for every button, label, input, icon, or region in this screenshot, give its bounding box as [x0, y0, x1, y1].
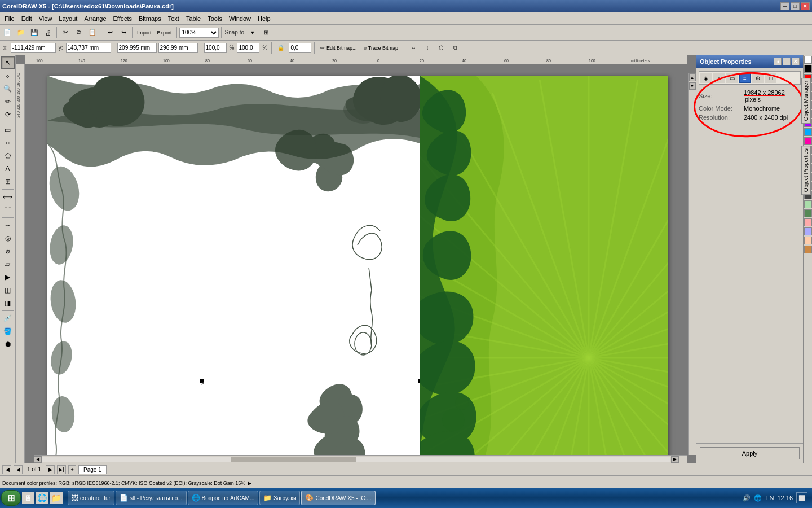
color-peach[interactable] — [804, 237, 812, 244]
scale-y-input[interactable] — [237, 43, 259, 53]
scroll-up-button[interactable]: ▲ — [689, 73, 696, 81]
menu-help[interactable]: Help — [254, 14, 274, 23]
contour-button[interactable]: ⬡ — [435, 42, 448, 54]
new-button[interactable]: 📄 — [1, 27, 14, 39]
object-manager-tab[interactable]: Object Manager — [801, 78, 811, 124]
smart-draw-tool[interactable]: ⟳ — [1, 108, 15, 121]
rectangle-tool[interactable]: ▭ — [1, 124, 15, 136]
menu-arrange[interactable]: Arrange — [81, 14, 109, 23]
taskbar-coreldraw[interactable]: 🎨 CorelDRAW X5 - [C:... — [301, 491, 375, 505]
color-tan[interactable] — [804, 246, 812, 253]
outline-icon[interactable]: ○ — [713, 73, 725, 83]
page-first-button[interactable]: |◀ — [2, 465, 11, 474]
export-button[interactable]: Export — [155, 27, 174, 39]
snap-options[interactable]: ⊞ — [260, 27, 272, 39]
panel-minimize-button[interactable]: ─ — [783, 58, 791, 65]
rotation-input[interactable] — [289, 43, 311, 53]
color-lightgreen[interactable] — [804, 200, 812, 208]
show-desktop-button[interactable]: ⬜ — [796, 492, 807, 503]
menu-file[interactable]: File — [1, 14, 18, 23]
pointer-tool[interactable]: ↖ — [1, 56, 15, 69]
scroll-thumb-h[interactable] — [231, 457, 356, 462]
color-profiles-arrow[interactable]: ▶ — [248, 480, 251, 486]
color-pink[interactable] — [804, 137, 812, 145]
polygon-tool[interactable]: ⬠ — [1, 150, 15, 162]
menu-window[interactable]: Window — [226, 14, 254, 23]
zoom-dropdown[interactable]: 100% 50% 200% — [179, 28, 219, 38]
save-button[interactable]: 💾 — [28, 27, 41, 39]
flip-h-button[interactable]: ↔ — [407, 42, 420, 54]
close-button[interactable]: ✕ — [801, 2, 810, 10]
copy-button[interactable]: ⧉ — [73, 27, 85, 39]
paste-button[interactable]: 📋 — [86, 27, 99, 39]
scroll-down-button[interactable]: ▼ — [689, 82, 696, 90]
corner-icon[interactable]: ▭ — [726, 73, 738, 83]
height-input[interactable] — [158, 43, 198, 53]
extrude-tool[interactable]: ▶ — [1, 271, 15, 283]
ie-button[interactable]: 🌐 — [36, 492, 48, 504]
contour-tool[interactable]: ◎ — [1, 232, 15, 244]
taskbar-creature-fur[interactable]: 🖼 creature_fur — [68, 491, 114, 505]
redo-button[interactable]: ↪ — [117, 27, 130, 39]
blend-tool[interactable]: ↔ — [1, 219, 15, 231]
scrollbar-vertical[interactable]: ▲ ▼ — [688, 73, 696, 455]
menu-bitmaps[interactable]: Bitmaps — [135, 14, 165, 23]
menu-view[interactable]: View — [36, 14, 56, 23]
add-page-button[interactable]: + — [68, 465, 76, 474]
color-cyan[interactable] — [804, 128, 812, 136]
minimize-button[interactable]: ─ — [780, 2, 789, 10]
open-button[interactable]: 📁 — [15, 27, 27, 39]
color-lightblue[interactable] — [804, 227, 812, 235]
start-button[interactable]: ⊞ — [1, 490, 21, 506]
panel-float-button[interactable]: ◂ — [774, 58, 782, 65]
color-lightred[interactable] — [804, 218, 812, 226]
summary-icon[interactable]: ≡ — [739, 73, 751, 83]
fill-icon[interactable]: ◈ — [700, 73, 712, 83]
cut-button[interactable]: ✂ — [59, 27, 72, 39]
x-input[interactable] — [11, 43, 56, 53]
import-button[interactable]: Import — [135, 27, 154, 39]
transparency-tool[interactable]: ◨ — [1, 297, 15, 309]
web-icon[interactable]: ⊕ — [752, 73, 764, 83]
object-properties-tab[interactable]: Object Properties — [801, 146, 811, 195]
desktop-button[interactable]: 🖥 — [22, 492, 34, 504]
freehand-tool[interactable]: ✏ — [1, 95, 15, 108]
text-tool[interactable]: A — [1, 163, 15, 175]
connector-tool[interactable]: ⌒ — [1, 204, 15, 216]
distort-tool[interactable]: ⌀ — [1, 245, 15, 257]
canvas-area[interactable]: 160 140 120 100 80 60 40 20 0 20 40 60 8… — [16, 55, 696, 463]
color-white[interactable] — [804, 56, 812, 64]
color-black[interactable] — [804, 65, 812, 73]
misc-icon[interactable]: □ — [765, 73, 776, 83]
scroll-thumb-v[interactable] — [690, 82, 695, 83]
width-input[interactable] — [117, 43, 157, 53]
snap-dropdown[interactable]: ▼ — [246, 27, 259, 39]
menu-table[interactable]: Table — [183, 14, 204, 23]
ifill-tool[interactable]: ⬢ — [1, 338, 15, 351]
page-prev-button[interactable]: ◀ — [14, 465, 23, 474]
scrollbar-horizontal[interactable]: ◀ ▶ — [34, 455, 687, 463]
folder-button[interactable]: 📁 — [50, 492, 63, 504]
eyedropper-tool[interactable]: 💉 — [1, 312, 15, 325]
dimension-tool[interactable]: ⟺ — [1, 191, 15, 203]
scroll-left-button[interactable]: ◀ — [34, 456, 42, 463]
scale-x-input[interactable] — [204, 43, 227, 53]
page-tab-1[interactable]: Page 1 — [78, 465, 107, 474]
color-midgreen[interactable] — [804, 209, 812, 217]
node-tool[interactable]: ⬦ — [1, 69, 15, 82]
flip-v-button[interactable]: ↕ — [421, 42, 434, 54]
restore-button[interactable]: □ — [791, 2, 800, 10]
edit-bitmap-button[interactable]: ✏ Edit Bitmap... — [317, 42, 359, 54]
undo-button[interactable]: ↩ — [104, 27, 116, 39]
zoom-tool[interactable]: 🔍 — [1, 82, 15, 95]
y-input[interactable] — [66, 43, 111, 53]
page-last-button[interactable]: ▶| — [57, 465, 66, 474]
ellipse-tool[interactable]: ○ — [1, 137, 15, 149]
fill-tool[interactable]: 🪣 — [1, 325, 15, 338]
canvas-content[interactable]: × — [25, 64, 696, 463]
wrap-button[interactable]: ⧉ — [449, 42, 462, 54]
menu-layout[interactable]: Layout — [55, 14, 81, 23]
taskbar-artcam[interactable]: 🌐 Вопрос по ArtCAM... — [188, 491, 259, 505]
menu-effects[interactable]: Effects — [110, 14, 135, 23]
apply-button[interactable]: Apply — [700, 447, 800, 459]
